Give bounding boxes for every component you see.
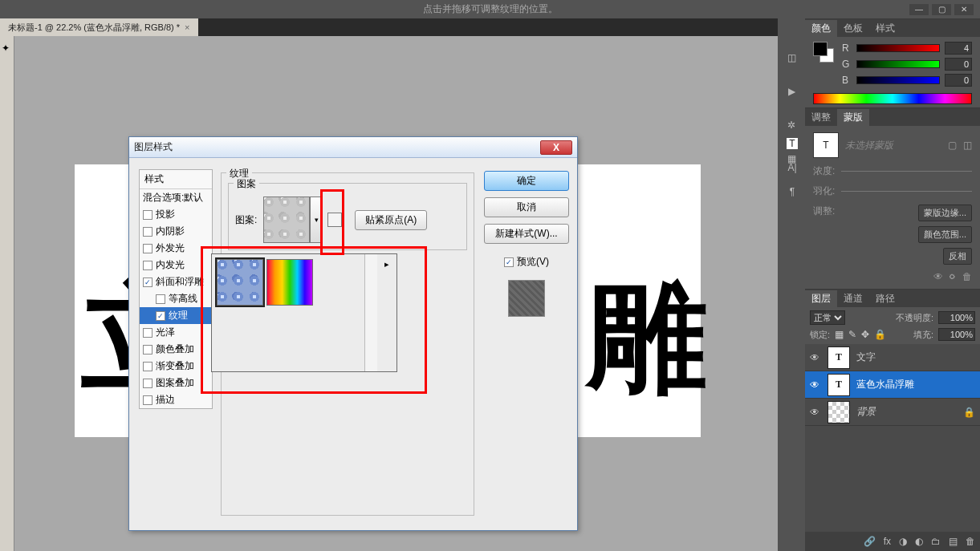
style-effect-row[interactable]: ✓斜面和浮雕 — [140, 273, 212, 290]
tab-masks[interactable]: 蒙版 — [837, 109, 869, 126]
style-effect-row[interactable]: 图案叠加 — [140, 375, 212, 391]
layer-row[interactable]: 👁T蓝色水晶浮雕 — [805, 371, 980, 399]
hue-strip[interactable] — [813, 93, 972, 104]
tab-color[interactable]: 颜色 — [805, 20, 837, 37]
r-value[interactable]: 4 — [945, 42, 972, 55]
style-effect-row[interactable]: 渐变叠加 — [140, 358, 212, 375]
paragraph-panel-icon[interactable]: A| — [787, 162, 796, 173]
layer-visibility-icon[interactable]: 👁 — [810, 407, 821, 418]
density-slider[interactable] — [841, 171, 972, 172]
lock-paint-icon[interactable]: ✎ — [848, 329, 856, 340]
pixel-mask-icon[interactable]: ▢ — [948, 140, 957, 151]
layer-visibility-icon[interactable]: 👁 — [810, 352, 821, 363]
mask-footer-icon[interactable]: 👁 — [933, 271, 943, 282]
mask-footer-icon[interactable]: 🗑 — [962, 271, 972, 282]
tab-channels[interactable]: 通道 — [837, 290, 869, 307]
style-effect-row[interactable]: 投影 — [140, 206, 212, 223]
delete-layer-icon[interactable]: 🗑 — [966, 536, 975, 547]
color-range-button[interactable]: 颜色范围... — [918, 226, 972, 243]
tab-styles[interactable]: 样式 — [869, 20, 901, 37]
pattern-dropdown-button[interactable]: ▾ — [310, 196, 323, 243]
pattern-option-thumb[interactable] — [266, 259, 313, 306]
style-effect-row[interactable]: ✓纹理 — [140, 307, 212, 324]
add-mask-icon[interactable]: ◑ — [899, 536, 907, 547]
blend-mode-select[interactable]: 正常 — [810, 310, 845, 325]
document-tab-close-icon[interactable]: × — [185, 22, 189, 32]
document-tab[interactable]: 未标题-1 @ 22.2% (蓝色水晶浮雕, RGB/8) * × — [0, 18, 198, 36]
preview-checkbox[interactable]: ✓ — [504, 257, 514, 267]
character-panel-icon[interactable]: T — [787, 138, 797, 149]
style-effect-checkbox[interactable] — [143, 244, 152, 253]
pattern-option-thumb[interactable] — [217, 259, 263, 306]
invert-mask-button[interactable]: 反相 — [943, 248, 972, 265]
window-minimize-button[interactable]: — — [909, 4, 929, 15]
glyph-panel-icon[interactable]: ¶ — [790, 186, 795, 197]
new-group-icon[interactable]: 🗀 — [931, 536, 941, 547]
pattern-swatch[interactable] — [263, 196, 310, 243]
layer-row[interactable]: 👁T文字 — [805, 344, 980, 371]
tab-swatches[interactable]: 色板 — [837, 20, 869, 37]
create-new-pattern-button[interactable] — [327, 213, 342, 227]
fill-input[interactable] — [938, 328, 975, 341]
link-layers-icon[interactable]: 🔗 — [864, 536, 876, 547]
new-layer-icon[interactable]: ▤ — [949, 536, 958, 547]
layer-fx-icon[interactable]: fx — [884, 536, 891, 547]
lock-transparency-icon[interactable]: ▦ — [835, 329, 844, 340]
dialog-close-button[interactable]: X — [540, 140, 572, 155]
layer-thumbnail[interactable] — [828, 401, 850, 423]
layer-thumbnail[interactable]: T — [828, 346, 850, 369]
layer-visibility-icon[interactable]: 👁 — [810, 379, 821, 391]
style-effect-row[interactable]: 内发光 — [140, 257, 212, 273]
style-effect-row[interactable]: 光泽 — [140, 324, 212, 341]
layer-row[interactable]: 👁背景🔒 — [805, 399, 980, 426]
blending-options-row[interactable]: 混合选项:默认 — [140, 189, 212, 206]
style-effect-checkbox[interactable] — [143, 395, 152, 405]
b-slider[interactable] — [856, 76, 940, 84]
cancel-button[interactable]: 取消 — [484, 197, 569, 217]
style-effect-checkbox[interactable] — [143, 261, 152, 270]
style-effect-row[interactable]: 内阴影 — [140, 223, 212, 240]
window-close-button[interactable]: ✕ — [954, 4, 974, 15]
tab-adjustments[interactable]: 调整 — [805, 109, 837, 126]
style-effect-row[interactable]: 外发光 — [140, 240, 212, 257]
r-slider[interactable] — [856, 44, 940, 52]
layer-name[interactable]: 背景 — [856, 405, 876, 419]
pattern-popup-scrollbar[interactable] — [364, 254, 377, 371]
vector-mask-icon[interactable]: ◫ — [963, 140, 972, 151]
layer-name[interactable]: 文字 — [856, 350, 876, 364]
style-effect-checkbox[interactable] — [156, 294, 165, 304]
style-effect-checkbox[interactable] — [143, 227, 152, 237]
fgbg-color-widget[interactable] — [813, 42, 834, 63]
tab-paths[interactable]: 路径 — [869, 290, 901, 307]
adjustment-layer-icon[interactable]: ◐ — [915, 536, 923, 547]
new-style-button[interactable]: 新建样式(W)... — [484, 224, 569, 244]
mask-edge-button[interactable]: 蒙版边缘... — [918, 205, 972, 221]
ok-button[interactable]: 确定 — [484, 171, 569, 191]
style-effect-checkbox[interactable] — [143, 379, 152, 388]
g-value[interactable]: 0 — [945, 58, 972, 71]
mask-footer-icon[interactable]: ⭘ — [948, 271, 958, 282]
style-effect-checkbox[interactable] — [143, 345, 152, 355]
style-effect-checkbox[interactable] — [143, 210, 152, 220]
b-value[interactable]: 0 — [945, 74, 972, 87]
style-effect-row[interactable]: 颜色叠加 — [140, 341, 212, 358]
style-effect-row[interactable]: 描边 — [140, 391, 212, 408]
lock-position-icon[interactable]: ✥ — [861, 329, 869, 340]
style-effect-checkbox[interactable]: ✓ — [156, 311, 165, 321]
window-maximize-button[interactable]: ▢ — [932, 4, 951, 15]
style-effect-checkbox[interactable]: ✓ — [143, 278, 152, 287]
rail-icon[interactable]: ▶ — [784, 84, 799, 99]
g-slider[interactable] — [856, 60, 940, 68]
layer-name[interactable]: 蓝色水晶浮雕 — [856, 378, 914, 391]
rail-icon[interactable]: ◫ — [784, 51, 799, 65]
mask-thumbnail[interactable]: T — [813, 132, 839, 158]
snap-to-origin-button[interactable]: 贴紧原点(A) — [355, 210, 427, 230]
style-effect-checkbox[interactable] — [143, 362, 152, 371]
style-effect-checkbox[interactable] — [143, 328, 152, 338]
tool-icon[interactable]: ✦ — [2, 43, 13, 54]
lock-all-icon[interactable]: 🔒 — [874, 329, 886, 340]
opacity-input[interactable] — [938, 311, 975, 324]
tab-layers[interactable]: 图层 — [805, 290, 837, 307]
layer-thumbnail[interactable]: T — [828, 374, 850, 396]
rail-icon[interactable]: ✲ — [784, 118, 799, 132]
